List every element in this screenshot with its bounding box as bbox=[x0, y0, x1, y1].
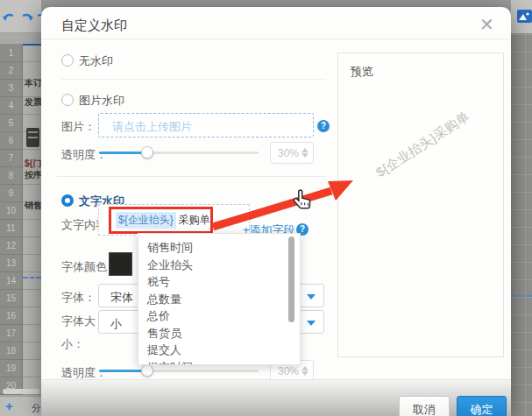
slider-handle[interactable] bbox=[141, 364, 153, 377]
dashed-selection-line bbox=[23, 277, 41, 279]
divider bbox=[41, 39, 511, 39]
dropdown-item[interactable]: 企业抬头 bbox=[138, 257, 300, 274]
radio-no-watermark-label[interactable]: 无水印 bbox=[79, 53, 113, 69]
content-suffix: 采购单 bbox=[179, 213, 210, 228]
watermark-preview-text: ${企业抬头}采购单 bbox=[358, 99, 488, 192]
annotation-red-box: ${企业抬头} 采购单 bbox=[109, 207, 213, 234]
row-header: 3 bbox=[0, 80, 22, 97]
row-header: 1 bbox=[0, 45, 22, 62]
radio-text-watermark[interactable] bbox=[61, 194, 74, 207]
divider bbox=[57, 176, 326, 177]
upload-image-box[interactable]: 请点击上传图片 bbox=[98, 113, 314, 137]
spin-down-icon[interactable] bbox=[301, 153, 309, 158]
row-headers: 1234567891011121314151617181920 bbox=[0, 45, 23, 395]
row-header: 5 bbox=[0, 115, 22, 132]
row-header: 18 bbox=[0, 342, 22, 360]
screen: 1234567891011121314151617181920 本订货 发票抬 … bbox=[0, 0, 532, 416]
font-select-value: 宋体 bbox=[110, 290, 133, 306]
preview-label: 预览 bbox=[351, 64, 373, 80]
image-opacity-slider[interactable] bbox=[99, 146, 259, 159]
slider-fill bbox=[99, 370, 147, 372]
dashed-selection-line bbox=[511, 295, 532, 297]
close-icon[interactable]: ✕ bbox=[476, 11, 498, 39]
dropdown-item[interactable]: 提交人 bbox=[138, 342, 300, 359]
radio-no-watermark[interactable] bbox=[61, 54, 74, 67]
row-header: 13 bbox=[0, 255, 22, 272]
add-sheet-button[interactable]: + bbox=[5, 398, 13, 413]
upload-placeholder: 请点击上传图片 bbox=[112, 119, 313, 135]
dropdown-item[interactable]: 提交时间 bbox=[138, 359, 300, 366]
dropdown-scrollbar[interactable] bbox=[288, 236, 294, 322]
row-header: 17 bbox=[0, 325, 22, 342]
spin-up-icon[interactable] bbox=[301, 366, 309, 370]
image-opacity-value: 30% bbox=[278, 147, 299, 159]
font-size-select-value: 小 bbox=[110, 316, 122, 332]
row-header: 15 bbox=[0, 290, 22, 307]
dropdown-item[interactable]: 售货员 bbox=[138, 325, 300, 342]
font-label: 字体： bbox=[61, 290, 96, 306]
row-header: 2 bbox=[0, 62, 22, 80]
row-header: 12 bbox=[0, 237, 22, 255]
print-area-border bbox=[23, 44, 41, 46]
row-header: 8 bbox=[0, 167, 22, 185]
font-size-label-line1: 字体大 bbox=[61, 314, 96, 329]
text-opacity-slider[interactable] bbox=[99, 364, 259, 377]
row-header: 9 bbox=[0, 185, 22, 202]
background-spreadsheet-right bbox=[511, 0, 532, 416]
row-header: 11 bbox=[0, 220, 22, 237]
slider-handle[interactable] bbox=[141, 146, 153, 159]
confirm-button[interactable]: 确定 bbox=[457, 396, 507, 416]
cancel-button[interactable]: 取消 bbox=[399, 396, 450, 416]
slider-fill bbox=[99, 152, 147, 154]
horizontal-scrollbar[interactable] bbox=[3, 389, 39, 394]
chevron-down-icon bbox=[307, 321, 316, 326]
preview-panel: 预览 ${企业抬头}采购单 bbox=[337, 53, 504, 357]
row-header: 16 bbox=[0, 307, 22, 325]
spin-up-icon[interactable] bbox=[301, 148, 309, 152]
row-header: 6 bbox=[0, 132, 22, 150]
background-spreadsheet-left: 1234567891011121314151617181920 本订货 发票抬 … bbox=[0, 0, 41, 416]
dropdown-item[interactable]: 销售时间 bbox=[138, 239, 300, 257]
sheet-tab[interactable]: 分页 bbox=[32, 402, 41, 416]
dropdown-item[interactable]: 总数量 bbox=[138, 291, 300, 308]
field-dropdown: 销售时间企业抬头税号总数量总价售货员提交人提交时间 bbox=[138, 233, 301, 365]
font-color-swatch[interactable] bbox=[109, 252, 132, 276]
image-label: 图片： bbox=[61, 119, 96, 135]
dialog-title: 自定义水印 bbox=[61, 18, 127, 34]
chevron-down-icon bbox=[307, 294, 316, 300]
spin-down-icon[interactable] bbox=[301, 371, 309, 376]
undo-icon[interactable] bbox=[3, 11, 15, 24]
dropdown-item[interactable]: 税号 bbox=[138, 273, 300, 291]
row-header: 10 bbox=[0, 202, 22, 220]
divider bbox=[61, 79, 326, 80]
radio-image-watermark-label[interactable]: 图片水印 bbox=[79, 93, 124, 109]
row-header: 14 bbox=[0, 272, 22, 290]
field-token[interactable]: ${企业抬头} bbox=[116, 212, 176, 229]
row-header: 19 bbox=[0, 360, 22, 377]
text-opacity-value: 30% bbox=[278, 365, 299, 377]
help-icon[interactable]: ? bbox=[317, 120, 330, 132]
font-size-label-line2: 小： bbox=[61, 336, 84, 352]
redo-icon[interactable] bbox=[21, 11, 33, 24]
image-tool-icon[interactable] bbox=[517, 10, 532, 23]
dropdown-item[interactable]: 总价 bbox=[138, 307, 300, 325]
printer-icon bbox=[26, 128, 39, 147]
row-header: 4 bbox=[0, 97, 22, 115]
row-header: 7 bbox=[0, 150, 22, 167]
radio-image-watermark[interactable] bbox=[61, 94, 74, 106]
custom-watermark-dialog: 自定义水印 ✕ 无水印 图片水印 图片： 请点击上传图片 ? 透明度： 30% … bbox=[41, 7, 511, 416]
image-opacity-spinbox[interactable]: 30% bbox=[270, 142, 314, 164]
